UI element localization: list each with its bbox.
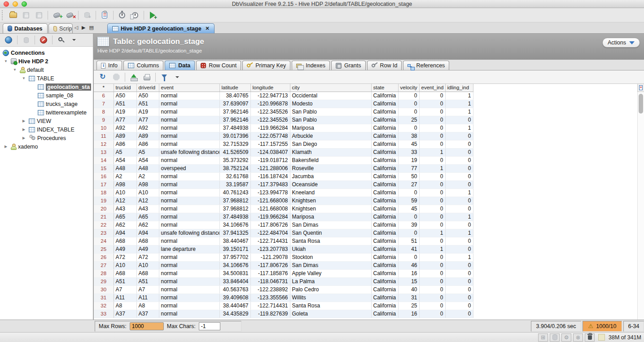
tab-indexes[interactable]: Indexes bbox=[292, 61, 330, 70]
table-row[interactable]: 19A12A12normal37.968812-121.668008Knight… bbox=[94, 197, 473, 205]
row-number[interactable]: 22 bbox=[94, 221, 114, 229]
row-number[interactable]: 31 bbox=[94, 294, 114, 302]
table-row[interactable]: 22A62A62normal34.106676-117.806726San Di… bbox=[94, 221, 473, 229]
cell[interactable]: California bbox=[371, 164, 398, 172]
cell[interactable]: A51 bbox=[114, 100, 136, 108]
cell[interactable]: 34.106676 bbox=[219, 261, 250, 269]
cell[interactable]: A43 bbox=[114, 205, 136, 213]
cell[interactable]: A7 bbox=[136, 285, 159, 294]
cell[interactable]: normal bbox=[159, 310, 219, 318]
row-number[interactable]: 10 bbox=[94, 124, 114, 132]
cell[interactable]: California bbox=[371, 140, 398, 148]
cell[interactable]: 0 bbox=[419, 92, 445, 100]
cell[interactable]: A50 bbox=[136, 92, 159, 100]
cell[interactable]: Goleta bbox=[290, 310, 371, 318]
cell[interactable]: 32.61768 bbox=[219, 172, 250, 180]
cell[interactable]: 0 bbox=[445, 132, 473, 140]
cell[interactable]: 0 bbox=[419, 213, 445, 221]
cell[interactable]: Oceanside bbox=[290, 180, 371, 189]
cell[interactable]: 1 bbox=[445, 92, 473, 100]
cell[interactable]: California bbox=[371, 302, 398, 310]
cell[interactable]: 39.150171 bbox=[219, 245, 250, 253]
cell[interactable]: California bbox=[371, 172, 398, 180]
cell[interactable]: A49 bbox=[136, 245, 159, 253]
cell[interactable]: 0 bbox=[419, 108, 445, 116]
tree-item-sample-08[interactable]: sample_08 bbox=[0, 91, 93, 100]
cell[interactable]: 40.761243 bbox=[219, 189, 250, 197]
cell[interactable]: 38.752124 bbox=[219, 164, 250, 172]
cell[interactable]: Modesto bbox=[290, 100, 371, 108]
cell[interactable]: 0 bbox=[398, 189, 419, 197]
cell[interactable]: Occidental bbox=[290, 92, 371, 100]
row-number[interactable]: 29 bbox=[94, 277, 114, 285]
cell[interactable]: -119.827639 bbox=[250, 310, 290, 318]
cell[interactable]: 0 bbox=[445, 294, 473, 302]
cell[interactable]: California bbox=[371, 108, 398, 116]
cell[interactable]: Knightsen bbox=[290, 197, 371, 205]
cell[interactable]: 0 bbox=[419, 180, 445, 189]
sql-commander-button[interactable] bbox=[99, 9, 110, 21]
cell[interactable]: A5 bbox=[114, 148, 136, 156]
database-status-button[interactable] bbox=[550, 333, 560, 342]
cell[interactable]: 35.373292 bbox=[219, 156, 250, 164]
cell[interactable]: California bbox=[371, 92, 398, 100]
cell[interactable]: 33 bbox=[398, 148, 419, 156]
row-number[interactable]: 6 bbox=[94, 92, 114, 100]
row-number[interactable]: 12 bbox=[94, 140, 114, 148]
tree-right-arrow-icon[interactable]: ▶ bbox=[3, 145, 9, 149]
cell[interactable]: A92 bbox=[114, 124, 136, 132]
actions-button[interactable]: Actions bbox=[602, 38, 640, 48]
dropdown-caret-button[interactable] bbox=[171, 71, 183, 83]
cell[interactable]: 37.968812 bbox=[219, 197, 250, 205]
cell[interactable]: 0 bbox=[419, 172, 445, 180]
tab-scripts[interactable]: Scrip bbox=[48, 23, 73, 33]
cell[interactable]: normal bbox=[159, 132, 219, 140]
cell[interactable]: California bbox=[371, 285, 398, 294]
cell[interactable]: California bbox=[371, 237, 398, 245]
cell[interactable]: 39 bbox=[398, 221, 419, 229]
cell[interactable]: -123.207783 bbox=[250, 245, 290, 253]
column-header[interactable]: city bbox=[290, 84, 371, 92]
cell[interactable]: 0 bbox=[419, 205, 445, 213]
cell[interactable]: -122.947713 bbox=[250, 92, 290, 100]
cell[interactable]: 0 bbox=[398, 100, 419, 108]
cell[interactable]: Santa Rosa bbox=[290, 302, 371, 310]
tab-geolocation-stage[interactable]: Hive HDP 2 geolocation_stage ✕ bbox=[107, 23, 215, 33]
cell[interactable]: -117.806726 bbox=[250, 221, 290, 229]
cancel-button[interactable]: ⊗ bbox=[573, 333, 583, 342]
cell[interactable]: 1 bbox=[445, 189, 473, 197]
export-grid-button[interactable] bbox=[128, 71, 140, 83]
table-row[interactable]: 26A72A72normal37.957702-121.29078Stockto… bbox=[94, 253, 473, 261]
cell[interactable]: 50 bbox=[398, 172, 419, 180]
cell[interactable]: 0 bbox=[419, 124, 445, 132]
cell[interactable]: A2 bbox=[136, 172, 159, 180]
table-row[interactable]: 25A49A49lane departure39.150171-123.2077… bbox=[94, 245, 473, 253]
cell[interactable]: 41 bbox=[398, 245, 419, 253]
table-row[interactable]: 21A65A65normal37.484938-119.966284Maripo… bbox=[94, 213, 473, 221]
tree-item-xademo[interactable]: ▶xademo bbox=[0, 142, 93, 151]
table-row[interactable]: 8A19A19normal37.962146-122.345526San Pab… bbox=[94, 108, 473, 116]
cell[interactable]: 0 bbox=[419, 221, 445, 229]
toolbar-drag-handle[interactable] bbox=[2, 10, 4, 20]
table-row[interactable]: 29A51A51normal33.846404-118.046731La Pal… bbox=[94, 277, 473, 285]
cell[interactable]: normal bbox=[159, 261, 219, 269]
tree-right-arrow-icon[interactable]: ▶ bbox=[21, 136, 27, 140]
cell[interactable]: A51 bbox=[114, 277, 136, 285]
cell[interactable]: 0 bbox=[445, 221, 473, 229]
cell[interactable]: 25 bbox=[398, 116, 419, 124]
cell[interactable]: normal bbox=[159, 172, 219, 180]
column-header[interactable]: idling_ind bbox=[445, 84, 473, 92]
cell[interactable]: -117.379483 bbox=[250, 180, 290, 189]
cell[interactable]: -121.668008 bbox=[250, 197, 290, 205]
cell[interactable]: normal bbox=[159, 189, 219, 197]
cell[interactable]: normal bbox=[159, 269, 219, 277]
cell[interactable]: -117.185876 bbox=[250, 269, 290, 277]
table-row[interactable]: 30A7A7normal40.563763-122.238892Palo Ced… bbox=[94, 285, 473, 294]
cell[interactable]: California bbox=[371, 189, 398, 197]
cell[interactable]: 0 bbox=[419, 302, 445, 310]
cell[interactable]: A43 bbox=[136, 205, 159, 213]
cell[interactable]: -123.994778 bbox=[250, 189, 290, 197]
tree-item-procedures[interactable]: ▶Procedures bbox=[0, 134, 93, 142]
cell[interactable]: A51 bbox=[136, 100, 159, 108]
cell[interactable]: -119.018712 bbox=[250, 156, 290, 164]
